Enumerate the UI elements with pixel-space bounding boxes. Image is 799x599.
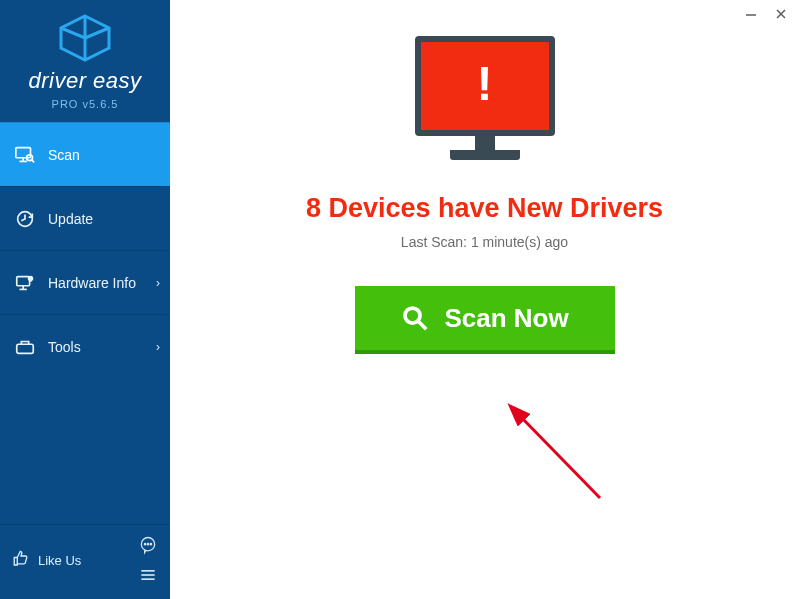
svg-line-25 bbox=[419, 322, 427, 330]
headline-text: 8 Devices have New Drivers bbox=[306, 193, 663, 224]
brand-block: driver easy PRO v5.6.5 bbox=[0, 0, 170, 122]
monitor-scan-icon bbox=[14, 144, 36, 166]
brand-logo-icon bbox=[57, 14, 113, 66]
thumbs-up-icon bbox=[12, 550, 30, 571]
minimize-button[interactable] bbox=[741, 4, 761, 24]
svg-point-19 bbox=[147, 544, 148, 545]
annotation-arrow-icon bbox=[490, 398, 620, 518]
brand-name: driver easy bbox=[28, 68, 141, 94]
svg-line-9 bbox=[32, 160, 34, 162]
sidebar-item-label: Tools bbox=[48, 339, 81, 355]
main-content: ! 8 Devices have New Drivers Last Scan: … bbox=[170, 0, 799, 599]
window-controls bbox=[741, 4, 791, 24]
svg-rect-5 bbox=[16, 147, 31, 157]
sidebar-item-label: Update bbox=[48, 211, 93, 227]
svg-line-26 bbox=[520, 416, 600, 498]
like-us-label: Like Us bbox=[38, 553, 81, 568]
sidebar-item-label: Hardware Info bbox=[48, 275, 136, 291]
svg-rect-11 bbox=[17, 276, 30, 285]
scan-now-label: Scan Now bbox=[444, 303, 568, 334]
chevron-right-icon: › bbox=[156, 276, 160, 290]
svg-rect-16 bbox=[17, 344, 34, 353]
chevron-right-icon: › bbox=[156, 340, 160, 354]
menu-icon[interactable] bbox=[138, 565, 158, 585]
brand-subtitle: PRO v5.6.5 bbox=[52, 98, 119, 110]
last-scan-text: Last Scan: 1 minute(s) ago bbox=[401, 234, 568, 250]
sidebar-item-hardware-info[interactable]: i Hardware Info › bbox=[0, 250, 170, 314]
sidebar-bottom: Like Us bbox=[0, 524, 170, 599]
sidebar-item-tools[interactable]: Tools › bbox=[0, 314, 170, 378]
svg-point-20 bbox=[150, 544, 151, 545]
hardware-info-icon: i bbox=[14, 272, 36, 294]
sidebar-bottom-right bbox=[138, 535, 158, 585]
nav: Scan Update bbox=[0, 122, 170, 378]
sidebar: driver easy PRO v5.6.5 Scan bbox=[0, 0, 170, 599]
exclamation-icon: ! bbox=[477, 56, 493, 111]
feedback-icon[interactable] bbox=[138, 535, 158, 555]
alert-monitor-graphic: ! bbox=[410, 36, 560, 171]
close-button[interactable] bbox=[771, 4, 791, 24]
update-icon bbox=[14, 208, 36, 230]
sidebar-item-label: Scan bbox=[48, 147, 80, 163]
like-us-button[interactable]: Like Us bbox=[12, 550, 81, 571]
svg-text:i: i bbox=[30, 276, 31, 281]
sidebar-item-scan[interactable]: Scan bbox=[0, 122, 170, 186]
sidebar-item-update[interactable]: Update bbox=[0, 186, 170, 250]
tools-icon bbox=[14, 336, 36, 358]
svg-point-24 bbox=[405, 308, 420, 323]
svg-point-18 bbox=[144, 544, 145, 545]
app-window: driver easy PRO v5.6.5 Scan bbox=[0, 0, 799, 599]
scan-now-button[interactable]: Scan Now bbox=[355, 286, 615, 354]
search-icon bbox=[400, 303, 430, 333]
